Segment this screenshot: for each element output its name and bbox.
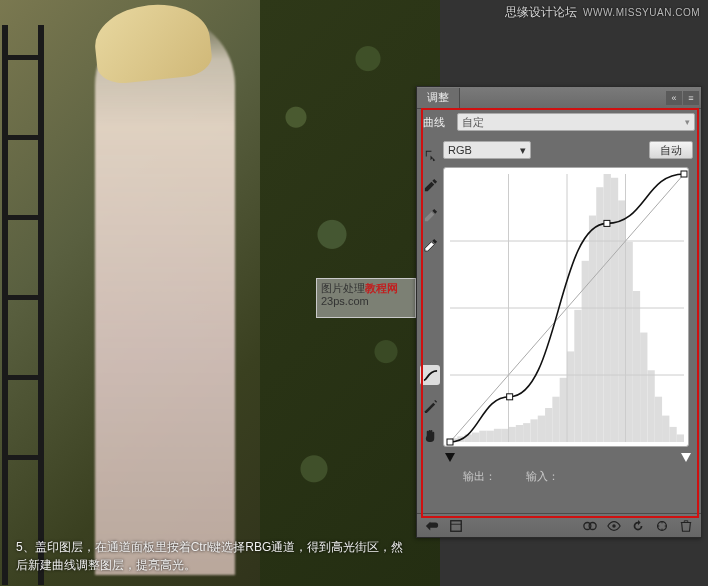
svg-rect-22 [611,178,618,442]
output-label: 输出： [463,469,496,484]
svg-rect-14 [552,397,559,442]
point-curve-tool[interactable] [420,365,440,385]
input-label: 输入： [526,469,559,484]
svg-rect-30 [669,427,676,442]
svg-rect-17 [574,310,581,442]
step-caption: 5、盖印图层，在通道面板里按着Ctrl键选择RBG通道，得到高光街区，然后新建曲… [16,538,408,574]
svg-rect-42 [681,171,687,177]
adjustments-panel: 调整 « ≡ 曲线 自定 ▾ [416,86,702,538]
svg-rect-16 [567,351,574,442]
svg-rect-5 [487,431,494,442]
trash-icon[interactable] [677,517,695,535]
svg-rect-27 [647,370,654,442]
return-arrow-icon[interactable] [423,517,441,535]
white-point-slider[interactable] [681,453,691,462]
ladder [0,25,52,585]
top-watermark: 思缘设计论坛 WWW.MISSYUAN.COM [505,4,700,21]
svg-rect-3 [472,433,479,442]
svg-point-45 [589,522,596,529]
target-adjust-tool[interactable] [420,145,440,165]
black-point-slider[interactable] [445,453,455,462]
white-point-eyedropper[interactable] [420,235,440,255]
visibility-eye-icon[interactable] [605,517,623,535]
watermark-site-cn: 思缘设计论坛 [505,4,577,21]
tab-adjustments[interactable]: 调整 [417,88,460,108]
draw-curve-tool[interactable] [420,395,440,415]
watermark-site-url: WWW.MISSYUAN.COM [583,7,700,18]
auto-button[interactable]: 自动 [649,141,693,159]
panel-menu-button[interactable]: ≡ [683,91,699,105]
svg-rect-39 [447,439,453,445]
svg-rect-10 [523,423,530,442]
svg-rect-19 [589,216,596,442]
panel-tabbar: 调整 « ≡ [417,87,701,109]
svg-rect-31 [677,434,684,442]
svg-rect-9 [516,425,523,442]
gray-point-eyedropper[interactable] [420,205,440,225]
svg-rect-12 [538,416,545,442]
hand-tool[interactable] [420,425,440,445]
svg-rect-26 [640,333,647,442]
svg-rect-43 [451,520,462,531]
svg-rect-11 [530,419,537,442]
curves-tool-column [417,109,443,513]
panel-footer [417,513,701,537]
svg-rect-8 [509,427,516,442]
svg-rect-18 [582,261,589,442]
svg-rect-24 [626,242,633,442]
svg-rect-6 [494,429,501,442]
expand-view-icon[interactable] [447,517,465,535]
svg-rect-7 [501,429,508,442]
input-slider[interactable] [443,449,693,465]
svg-rect-15 [560,378,567,442]
svg-rect-25 [633,291,640,442]
panel-collapse-button[interactable]: « [666,91,682,105]
svg-rect-40 [507,394,513,400]
center-watermark: 图片处理教程网 23ps.com [316,278,416,318]
svg-rect-4 [479,431,486,442]
curves-graph[interactable] [443,167,689,447]
previous-state-icon[interactable] [629,517,647,535]
svg-point-46 [612,524,616,528]
channel-dropdown[interactable]: RGB ▾ [443,141,531,159]
svg-rect-41 [604,220,610,226]
svg-rect-23 [618,200,625,442]
black-point-eyedropper[interactable] [420,175,440,195]
svg-rect-28 [655,397,662,442]
reset-icon[interactable] [653,517,671,535]
svg-rect-29 [662,416,669,442]
clip-to-layer-icon[interactable] [581,517,599,535]
svg-rect-13 [545,408,552,442]
chevron-down-icon: ▾ [520,144,526,157]
svg-rect-2 [465,434,472,442]
